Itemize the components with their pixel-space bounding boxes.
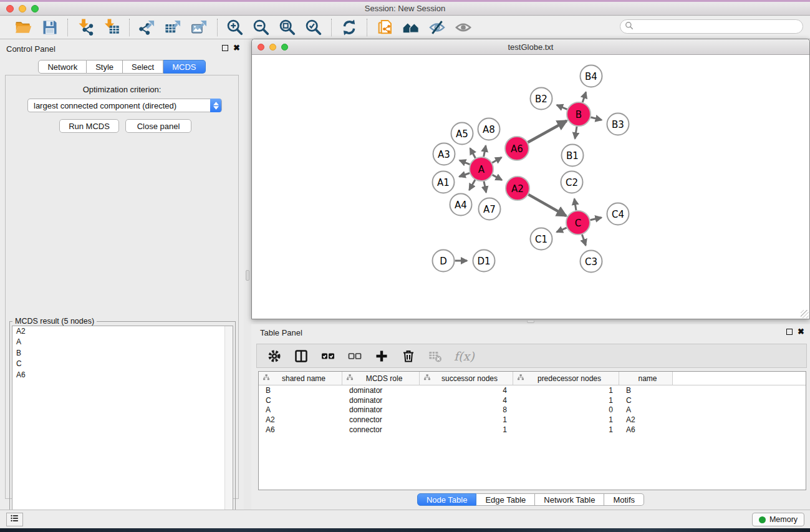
show-columns-icon[interactable] [293, 348, 309, 364]
graph-node-B2[interactable]: B2 [531, 88, 552, 110]
cell-name[interactable]: C [619, 396, 673, 405]
edge-A-A8[interactable] [484, 146, 486, 157]
edge-A2-C[interactable] [528, 195, 566, 216]
float-panel-icon[interactable] [222, 45, 228, 51]
zoom-selected-icon[interactable] [304, 18, 323, 37]
edge-A-A3[interactable] [460, 160, 470, 165]
cell-shared-name[interactable]: A [259, 405, 342, 414]
edge-C-C1[interactable] [557, 228, 567, 232]
cell-MCDS-role[interactable]: connector [342, 415, 420, 424]
task-history-button[interactable] [6, 513, 23, 526]
cell-name[interactable]: A2 [619, 415, 673, 424]
tab-mcds[interactable]: MCDS [163, 60, 205, 74]
edge-A-A1[interactable] [460, 173, 470, 177]
graph-node-A6[interactable]: A6 [505, 137, 529, 160]
tab-edge-table[interactable]: Edge Table [476, 493, 535, 506]
cell-MCDS-role[interactable]: connector [342, 425, 420, 434]
cell-successor-nodes[interactable]: 4 [420, 396, 513, 405]
edge-C-C2[interactable] [574, 199, 576, 211]
graph-node-C[interactable]: C [566, 211, 590, 235]
edge-A-A7[interactable] [484, 181, 486, 193]
edge-A-A6[interactable] [492, 157, 501, 163]
zoom-fit-icon[interactable] [278, 18, 297, 37]
cell-predecessor-nodes[interactable]: 0 [513, 405, 619, 414]
zoom-out-icon[interactable] [252, 18, 271, 37]
graph-node-A4[interactable]: A4 [450, 194, 472, 216]
network-canvas[interactable]: B4B2BB3A5A8A6B1A3AC2A1A2A4A7CC4C1C3DD1 [252, 56, 809, 319]
cell-shared-name[interactable]: A6 [259, 425, 342, 434]
add-column-icon[interactable] [374, 348, 390, 364]
edge-B-B3[interactable] [591, 117, 601, 120]
zoom-in-icon[interactable] [226, 18, 244, 37]
new-network-icon[interactable] [375, 18, 394, 37]
result-item[interactable]: A [12, 337, 233, 347]
column-header-successor-nodes[interactable]: successor nodes [420, 372, 513, 385]
edge-B-B2[interactable] [557, 105, 567, 109]
column-header-shared-name[interactable]: shared name [259, 372, 342, 385]
export-table-icon[interactable] [164, 18, 183, 37]
close-table-panel-icon[interactable]: ✖ [798, 329, 804, 335]
cell-predecessor-nodes[interactable]: 1 [513, 386, 619, 395]
mcds-result-list[interactable]: A2ABCA6 [12, 326, 233, 530]
table-row[interactable]: A6connector11A6 [259, 425, 806, 435]
first-neighbors-icon[interactable] [402, 18, 420, 37]
cell-shared-name[interactable]: A2 [259, 415, 342, 424]
table-row[interactable]: Adominator80A [259, 405, 806, 415]
settings-gear-icon[interactable] [266, 348, 282, 364]
cell-predecessor-nodes[interactable]: 1 [513, 415, 619, 424]
cell-predecessor-nodes[interactable]: 1 [513, 396, 619, 405]
graph-node-C1[interactable]: C1 [531, 228, 552, 250]
graph-node-A8[interactable]: A8 [478, 118, 500, 140]
graph-node-A[interactable]: A [470, 157, 493, 181]
run-mcds-button[interactable]: Run MCDS [59, 119, 119, 133]
close-panel-button[interactable]: Close panel [125, 119, 191, 133]
export-image-icon[interactable] [190, 18, 209, 37]
cell-successor-nodes[interactable]: 8 [420, 405, 513, 414]
cell-name[interactable]: A6 [619, 425, 673, 434]
delete-table-icon[interactable] [427, 348, 443, 364]
optimization-criterion-dropdown[interactable]: largest connected component (directed) [27, 99, 222, 112]
result-scrollbar[interactable] [224, 326, 233, 529]
edge-B-B4[interactable] [582, 92, 586, 102]
vertical-splitter-handle[interactable] [246, 270, 249, 281]
edge-A-A4[interactable] [470, 180, 475, 190]
cell-shared-name[interactable]: C [259, 396, 342, 405]
graph-node-C4[interactable]: C4 [607, 203, 629, 225]
tab-motifs[interactable]: Motifs [604, 493, 644, 506]
select-all-checkboxes-icon[interactable] [320, 348, 336, 364]
show-all-icon[interactable] [454, 18, 473, 37]
column-header-MCDS-role[interactable]: MCDS role [342, 372, 420, 385]
cell-MCDS-role[interactable]: dominator [342, 396, 420, 405]
edge-A-A5[interactable] [470, 148, 476, 158]
edge-B-B1[interactable] [575, 127, 577, 139]
table-row[interactable]: A2connector11A2 [259, 415, 806, 425]
graph-node-A3[interactable]: A3 [433, 143, 455, 165]
cell-successor-nodes[interactable]: 1 [420, 415, 513, 424]
cell-successor-nodes[interactable]: 4 [420, 386, 513, 395]
search-input[interactable] [634, 22, 803, 31]
deselect-all-checkboxes-icon[interactable] [347, 348, 363, 364]
open-file-icon[interactable] [14, 18, 33, 37]
graph-node-C2[interactable]: C2 [561, 172, 583, 193]
cell-successor-nodes[interactable]: 1 [420, 425, 513, 434]
tab-select[interactable]: Select [123, 60, 163, 74]
cell-MCDS-role[interactable]: dominator [342, 386, 420, 395]
table-row[interactable]: Bdominator41B [259, 385, 806, 395]
tab-style[interactable]: Style [87, 60, 123, 74]
table-row[interactable]: Cdominator41C [259, 395, 806, 405]
graph-node-B[interactable]: B [567, 102, 591, 126]
edge-A6-B[interactable] [528, 121, 566, 143]
cell-shared-name[interactable]: B [259, 386, 342, 395]
tab-network[interactable]: Network [38, 60, 87, 74]
graph-node-B1[interactable]: B1 [562, 145, 584, 167]
import-table-icon[interactable] [102, 18, 121, 37]
graph-node-C3[interactable]: C3 [581, 251, 602, 273]
graph-node-A7[interactable]: A7 [479, 198, 501, 220]
export-network-icon[interactable] [138, 18, 157, 37]
save-session-icon[interactable] [41, 18, 59, 37]
column-header-predecessor-nodes[interactable]: predecessor nodes [513, 372, 619, 385]
edge-C-C4[interactable] [591, 218, 602, 220]
graph-node-A2[interactable]: A2 [506, 177, 529, 200]
result-item[interactable]: C [12, 359, 233, 369]
refresh-layout-icon[interactable] [340, 18, 359, 37]
